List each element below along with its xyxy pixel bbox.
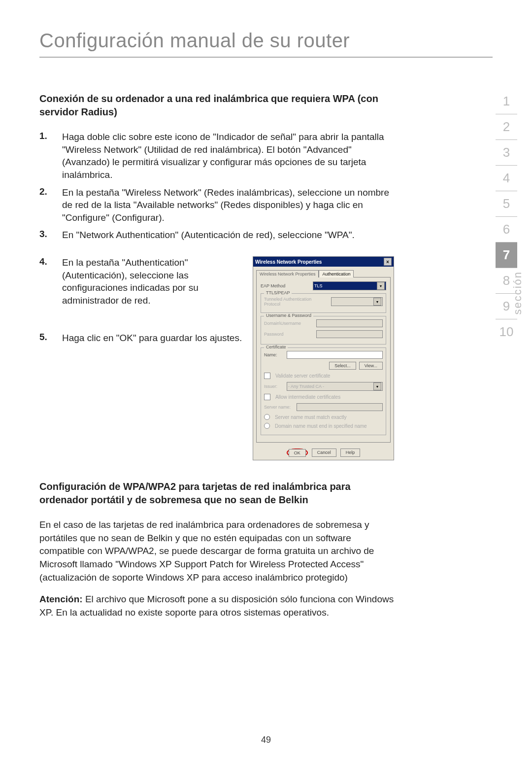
paragraph-2: Atención: El archivo que Microsoft pone … — [39, 593, 394, 619]
allow-intermediate-label: Allow intermediate certificates — [275, 394, 340, 400]
step-number: 3. — [39, 229, 62, 246]
server-match-radio[interactable] — [264, 414, 270, 420]
chevron-down-icon: ▼ — [373, 298, 381, 306]
tab-wireless-properties[interactable]: Wireless Network Properties — [256, 270, 319, 277]
chevron-down-icon: ▼ — [373, 382, 381, 390]
select-button[interactable]: Select... — [329, 362, 356, 370]
help-button[interactable]: Help — [340, 449, 361, 457]
cert-name-label: Name: — [264, 352, 284, 357]
close-icon[interactable]: × — [384, 258, 392, 266]
ok-highlight-circle: OK — [287, 449, 308, 457]
domain-username-label: Domain\Username — [264, 321, 313, 326]
tunneled-auth-dropdown[interactable]: ▼ — [331, 297, 383, 306]
step-number: 4. — [39, 256, 62, 312]
section-heading-2: Configuración de WPA/WPA2 para tarjetas … — [39, 480, 394, 507]
ttls-group-label: TTLS/PEAP — [264, 290, 292, 295]
tunneled-auth-label: Tunneled Authentication Protocol — [264, 297, 328, 307]
issuer-dropdown[interactable]: - Any Trusted CA - ▼ — [287, 382, 383, 391]
eap-method-dropdown[interactable]: TLS ▼ — [313, 281, 386, 290]
tab-authentication[interactable]: Authentication — [319, 270, 354, 277]
steps-list: 1. Haga doble clic sobre este icono de "… — [39, 131, 394, 246]
section-nav-2[interactable]: 2 — [496, 114, 517, 140]
step-text: Haga doble clic sobre este icono de "Ind… — [62, 131, 394, 186]
eap-method-label: EAP Method — [261, 283, 310, 288]
attention-text: El archivo que Microsoft pone a su dispo… — [39, 594, 394, 618]
section-nav-10[interactable]: 10 — [496, 319, 517, 345]
page-title: Configuración manual de su router — [39, 30, 493, 52]
dialog-title: Wireless Network Properties — [255, 259, 322, 265]
dialog-titlebar: Wireless Network Properties × — [253, 257, 394, 267]
ttls-peap-group: TTLS/PEAP Tunneled Authentication Protoc… — [261, 293, 386, 313]
section-nav-3[interactable]: 3 — [496, 140, 517, 166]
step-text: En la pestaña "Wireless Network" (Redes … — [62, 186, 394, 229]
username-password-group: Username & Password Domain\Username Pass… — [261, 316, 386, 345]
ok-button[interactable]: OK — [289, 449, 306, 457]
section-nav-5[interactable]: 5 — [496, 191, 517, 217]
certificate-group: Certificate Name: Select... View... Vali… — [261, 347, 386, 435]
password-label: Password — [264, 332, 313, 337]
attention-label: Atención: — [39, 594, 83, 604]
userpass-group-label: Username & Password — [264, 313, 313, 318]
step-number: 1. — [39, 131, 62, 186]
section-heading-1: Conexión de su ordenador a una red inalá… — [39, 92, 394, 119]
issuer-label: Issuer: — [264, 384, 284, 389]
server-name-label: Server name: — [264, 405, 294, 410]
section-nav-4[interactable]: 4 — [496, 166, 517, 191]
step-text: En la pestaña "Authentication" (Autentic… — [62, 256, 243, 312]
paragraph-1: En el caso de las tarjetas de red inalám… — [39, 518, 394, 584]
password-input[interactable] — [316, 330, 383, 338]
domain-end-radio[interactable] — [264, 423, 270, 429]
domain-end-label: Domain name must end in specified name — [275, 423, 367, 429]
step-text: En "Network Authentication" (Autenticaci… — [62, 229, 394, 246]
section-nav-1[interactable]: 1 — [496, 89, 517, 114]
allow-intermediate-checkbox[interactable] — [264, 394, 270, 400]
validate-cert-label: Validate server certificate — [275, 373, 331, 379]
view-button[interactable]: View... — [359, 362, 383, 370]
title-rule — [39, 57, 493, 58]
cert-group-label: Certificate — [264, 345, 288, 349]
validate-cert-checkbox[interactable] — [264, 373, 270, 379]
section-nav-6[interactable]: 6 — [496, 217, 517, 242]
dialog-screenshot: Wireless Network Properties × Wireless N… — [253, 256, 394, 460]
chevron-down-icon: ▼ — [377, 282, 385, 290]
step-text: Haga clic en "OK" para guardar los ajust… — [62, 332, 242, 349]
domain-username-input[interactable] — [316, 319, 383, 327]
section-nav-label: sección — [511, 271, 524, 315]
page-number: 49 — [0, 735, 532, 745]
eap-method-value: TLS — [314, 283, 323, 288]
step-number: 2. — [39, 186, 62, 229]
server-name-input[interactable] — [297, 403, 383, 411]
server-match-label: Server name must match exactly — [275, 415, 347, 420]
cert-name-input[interactable] — [287, 351, 383, 359]
issuer-value: - Any Trusted CA - — [288, 384, 324, 389]
section-nav: 1 2 3 4 5 6 7 8 9 10 sección — [496, 89, 517, 345]
section-nav-7[interactable]: 7 — [496, 242, 517, 268]
cancel-button[interactable]: Cancel — [312, 449, 336, 457]
step-number: 5. — [39, 332, 62, 349]
